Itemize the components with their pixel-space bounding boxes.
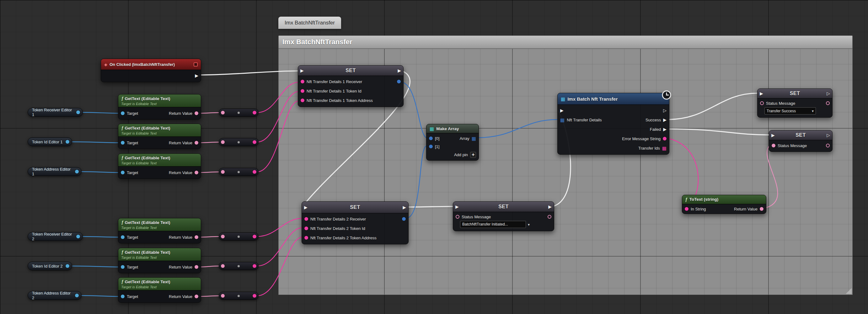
node-set-details-1[interactable]: ▶ SET ▶ Nft Transfer Details 1 Receiver … xyxy=(298,65,404,107)
status-message-value-select[interactable]: Transfer Success ▾ xyxy=(765,107,816,115)
array-input-0-pin[interactable] xyxy=(429,136,433,140)
status-message-input-pin[interactable] xyxy=(772,144,775,148)
target-pin[interactable] xyxy=(121,294,125,298)
wire-var1-to-target[interactable] xyxy=(80,112,119,113)
wire-var5-to-target[interactable] xyxy=(70,266,119,267)
comment-title-bar[interactable]: Imx BatchNftTransfer xyxy=(278,35,852,49)
conversion-node-6[interactable] xyxy=(219,292,258,300)
conversion-input-pin[interactable] xyxy=(221,294,225,298)
add-pin-button[interactable]: ✚ xyxy=(470,152,476,158)
return-value-pin[interactable] xyxy=(760,207,764,211)
node-set-status-failed[interactable]: ▶ SET ▷ Status Message xyxy=(769,130,833,152)
node-set-status-initiated[interactable]: ▶ SET ▶ Status Message BatchNftTransfer … xyxy=(453,201,554,231)
input-pin[interactable] xyxy=(304,236,308,240)
in-string-pin[interactable] xyxy=(685,207,688,211)
error-message-string-pin[interactable] xyxy=(663,137,666,140)
conversion-input-pin[interactable] xyxy=(221,111,225,115)
wire-var3-to-target[interactable] xyxy=(79,171,119,172)
variable-output-pin[interactable] xyxy=(76,234,80,239)
var-node-token-receiver-editor-1[interactable]: Token Receiver Editor 1 xyxy=(28,108,83,117)
conversion-output-pin[interactable] xyxy=(253,170,256,174)
status-message-input-pin[interactable] xyxy=(456,215,459,219)
node-gettext-6[interactable]: ƒ GetText (Editable Text) Target is Edit… xyxy=(118,277,201,303)
conversion-input-pin[interactable] xyxy=(221,170,225,174)
conversion-input-pin[interactable] xyxy=(221,264,225,268)
wire-gettext5-to-conv5[interactable] xyxy=(198,266,219,267)
exec-out-pin[interactable]: ▶ xyxy=(398,68,401,73)
node-totext-string[interactable]: ƒ ToText (string) In String Return Value xyxy=(682,195,766,214)
return-value-pin[interactable] xyxy=(194,294,198,298)
conversion-node-2[interactable] xyxy=(219,138,258,146)
var-node-token-id-editor-1[interactable]: Token Id Editor 1 xyxy=(28,137,72,146)
node-make-array[interactable]: ▦ Make Array [0] Array▦ [1] Add pin ✚ xyxy=(426,124,479,161)
wire-var2-to-target[interactable] xyxy=(70,142,119,143)
exec-out-pin[interactable]: ▶ xyxy=(548,205,552,209)
node-gettext-2[interactable]: ƒ GetText (Editable Text) Target is Edit… xyxy=(118,124,201,149)
exec-then-pin[interactable]: ▷ xyxy=(663,108,666,113)
graph-tab[interactable]: Imx BatchNftTransfer xyxy=(278,17,341,29)
conversion-node-4[interactable] xyxy=(219,232,258,241)
success-exec-pin[interactable]: ▶ xyxy=(663,118,666,122)
return-value-pin[interactable] xyxy=(194,112,198,115)
struct-output-pin[interactable] xyxy=(397,80,401,84)
return-value-pin[interactable] xyxy=(194,265,198,269)
return-value-pin[interactable] xyxy=(194,235,198,239)
wire-gettext3-to-conv3[interactable] xyxy=(198,172,219,172)
conversion-input-pin[interactable] xyxy=(221,234,225,239)
dropdown-icon[interactable]: ▾ xyxy=(528,223,530,226)
status-message-output-pin[interactable] xyxy=(548,215,551,219)
variable-output-pin[interactable] xyxy=(75,293,79,297)
wire-gettext2-to-conv2[interactable] xyxy=(198,142,219,143)
wire-var6-to-target[interactable] xyxy=(79,295,119,296)
return-value-pin[interactable] xyxy=(194,141,198,145)
var-node-token-receiver-editor-2[interactable]: Token Receiver Editor 2 xyxy=(28,232,83,241)
node-gettext-1[interactable]: ƒ GetText (Editable Text) Target is Edit… xyxy=(118,94,201,120)
wire-gettext1-to-conv1[interactable] xyxy=(198,113,219,113)
variable-output-pin[interactable] xyxy=(75,170,79,174)
conversion-output-pin[interactable] xyxy=(253,140,256,144)
wire-gettext4-to-conv4[interactable] xyxy=(198,237,219,237)
exec-in-pin[interactable]: ▶ xyxy=(455,205,459,209)
conversion-node-1[interactable] xyxy=(219,108,258,117)
input-pin[interactable] xyxy=(304,226,308,230)
target-pin[interactable] xyxy=(121,235,125,239)
conversion-output-pin[interactable] xyxy=(253,294,256,298)
node-gettext-3[interactable]: ƒ GetText (Editable Text) Target is Edit… xyxy=(118,153,201,179)
return-value-pin[interactable] xyxy=(194,171,198,175)
variable-output-pin[interactable] xyxy=(66,264,69,268)
node-on-clicked-event[interactable]: ◈ On Clicked (ImxBatchNftTransfer) ▶ xyxy=(101,59,201,82)
exec-in-pin[interactable]: ▶ xyxy=(304,205,308,210)
wire-var4-to-target[interactable] xyxy=(80,237,119,237)
conversion-node-3[interactable] xyxy=(219,168,258,176)
var-node-token-id-editor-2[interactable]: Token Id Editor 2 xyxy=(28,262,72,271)
exec-in-pin[interactable]: ▶ xyxy=(771,133,775,137)
node-gettext-4[interactable]: ƒ GetText (Editable Text) Target is Edit… xyxy=(118,218,201,244)
node-set-status-success[interactable]: ▶ SET ▷ Status Message Transfer Success … xyxy=(757,89,833,118)
conversion-node-5[interactable] xyxy=(219,262,258,270)
struct-output-pin[interactable] xyxy=(402,217,406,221)
exec-in-pin[interactable]: ▶ xyxy=(760,91,763,96)
status-message-value-input[interactable]: BatchNftTransfer Initiated... xyxy=(460,221,526,228)
var-node-token-address-editor-2[interactable]: Token Address Editor 2 xyxy=(28,291,82,300)
blueprint-canvas[interactable]: Imx BatchNftTransfer Imx BatchNftTransfe… xyxy=(0,0,868,314)
status-message-input-pin[interactable] xyxy=(760,101,764,105)
node-imx-batch-nft-transfer[interactable]: ▦ Imx Batch Nft Transfer ▶ ▷ ▦Nft Transf… xyxy=(557,93,669,155)
input-pin[interactable] xyxy=(301,89,304,93)
target-pin[interactable] xyxy=(121,141,125,145)
conversion-output-pin[interactable] xyxy=(253,234,256,239)
input-pin[interactable] xyxy=(301,98,304,102)
node-gettext-5[interactable]: ƒ GetText (Editable Text) Target is Edit… xyxy=(118,248,201,273)
variable-output-pin[interactable] xyxy=(66,140,69,144)
input-pin[interactable] xyxy=(304,217,308,221)
conversion-input-pin[interactable] xyxy=(221,140,225,144)
conversion-output-pin[interactable] xyxy=(253,264,256,268)
exec-out-pin[interactable]: ▶ xyxy=(195,73,198,78)
exec-in-pin[interactable]: ▶ xyxy=(300,68,304,73)
node-set-details-2[interactable]: ▶ SET ▶ Nft Transfer Details 2 Receiver … xyxy=(302,201,409,244)
input-pin[interactable] xyxy=(301,80,304,84)
array-output-pin[interactable]: ▦ xyxy=(472,136,476,141)
target-pin[interactable] xyxy=(121,265,125,269)
variable-output-pin[interactable] xyxy=(76,111,80,114)
status-message-output-pin[interactable] xyxy=(826,144,830,148)
array-input-1-pin[interactable] xyxy=(429,145,433,148)
